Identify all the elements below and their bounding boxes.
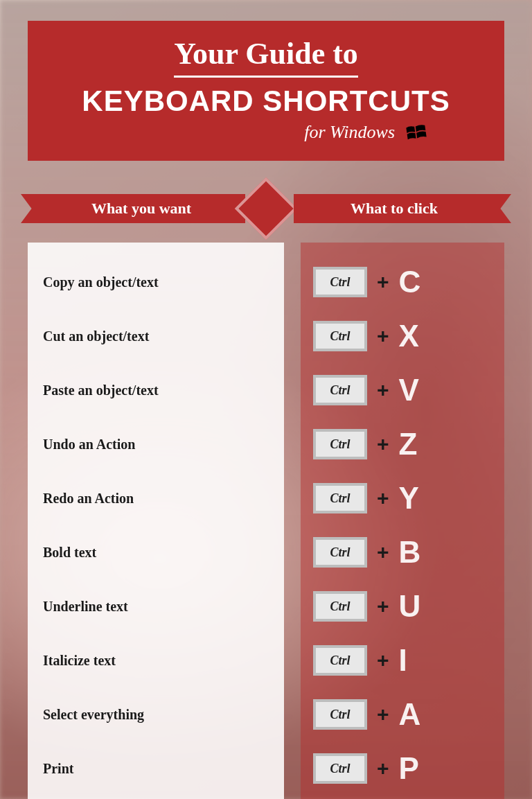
shortcut-action: Italicize text bbox=[43, 633, 269, 687]
shortcut-keys: Ctrl+U bbox=[313, 579, 492, 633]
column-header-right: What to click bbox=[294, 194, 495, 223]
windows-icon bbox=[405, 121, 428, 144]
plus-icon: + bbox=[377, 432, 389, 456]
header-banner: Your Guide to KEYBOARD SHORTCUTS for Win… bbox=[28, 21, 504, 161]
shortcut-letter: Z bbox=[399, 427, 418, 462]
plus-icon: + bbox=[377, 595, 389, 618]
column-headers-row: What you want What to click bbox=[21, 188, 511, 229]
header-subtitle: for Windows bbox=[304, 122, 395, 142]
shortcut-action: Bold text bbox=[43, 525, 269, 579]
plus-icon: + bbox=[377, 649, 389, 672]
shortcut-action: Cut an object/text bbox=[43, 309, 269, 363]
shortcut-action: Underline text bbox=[43, 579, 269, 633]
shortcut-letter: X bbox=[399, 319, 420, 353]
ctrl-key: Ctrl bbox=[313, 321, 367, 351]
shortcut-letter: P bbox=[399, 751, 420, 786]
shortcut-keys: Ctrl+I bbox=[313, 633, 492, 687]
ctrl-key: Ctrl bbox=[313, 699, 367, 730]
shortcut-keys: Ctrl+C bbox=[313, 255, 492, 309]
shortcut-action: Redo an Action bbox=[43, 471, 269, 525]
shortcut-action: Paste an object/text bbox=[43, 363, 269, 417]
shortcut-letter: Y bbox=[399, 481, 420, 516]
ribbon-right-tail bbox=[493, 194, 511, 223]
header-title-line2: KEYBOARD SHORTCUTS bbox=[48, 85, 484, 118]
plus-icon: + bbox=[377, 378, 389, 402]
ctrl-key: Ctrl bbox=[313, 753, 367, 784]
plus-icon: + bbox=[377, 757, 389, 780]
actions-column: Copy an object/textCut an object/textPas… bbox=[28, 243, 284, 799]
shortcut-action: Print bbox=[43, 741, 269, 796]
header-title-line1: Your Guide to bbox=[174, 36, 358, 78]
shortcut-keys: Ctrl+P bbox=[313, 741, 492, 796]
shortcut-action: Undo an Action bbox=[43, 417, 269, 471]
shortcut-keys: Ctrl+V bbox=[313, 363, 492, 417]
plus-icon: + bbox=[377, 703, 389, 726]
plus-icon: + bbox=[377, 541, 389, 564]
ctrl-key: Ctrl bbox=[313, 267, 367, 297]
ctrl-key: Ctrl bbox=[313, 645, 367, 676]
ctrl-key: Ctrl bbox=[313, 591, 367, 622]
shortcut-keys: Ctrl+Y bbox=[313, 471, 492, 525]
shortcut-keys: Ctrl+X bbox=[313, 309, 492, 363]
shortcut-keys: Ctrl+A bbox=[313, 687, 492, 741]
plus-icon: + bbox=[377, 270, 389, 294]
ctrl-key: Ctrl bbox=[313, 429, 367, 459]
ribbon-left-tail bbox=[21, 194, 39, 223]
shortcut-action: Select everything bbox=[43, 687, 269, 741]
plus-icon: + bbox=[377, 324, 389, 348]
shortcut-letter: U bbox=[399, 589, 422, 624]
shortcut-keys: Ctrl+Z bbox=[313, 417, 492, 471]
shortcut-letter: A bbox=[399, 697, 422, 732]
shortcut-keys: Ctrl+B bbox=[313, 525, 492, 579]
ctrl-key: Ctrl bbox=[313, 375, 367, 405]
shortcut-letter: V bbox=[399, 373, 420, 407]
shortcut-columns: Copy an object/textCut an object/textPas… bbox=[28, 243, 504, 799]
shortcut-letter: B bbox=[399, 535, 422, 570]
column-header-left: What you want bbox=[37, 194, 245, 223]
shortcut-letter: I bbox=[399, 643, 408, 678]
ctrl-key: Ctrl bbox=[313, 537, 367, 568]
keys-column: Ctrl+CCtrl+XCtrl+VCtrl+ZCtrl+YCtrl+BCtrl… bbox=[301, 243, 504, 799]
header-subtitle-row: for Windows bbox=[48, 121, 484, 144]
plus-icon: + bbox=[377, 486, 389, 510]
shortcut-action: Copy an object/text bbox=[43, 255, 269, 309]
shortcut-letter: C bbox=[399, 265, 422, 299]
ctrl-key: Ctrl bbox=[313, 483, 367, 513]
